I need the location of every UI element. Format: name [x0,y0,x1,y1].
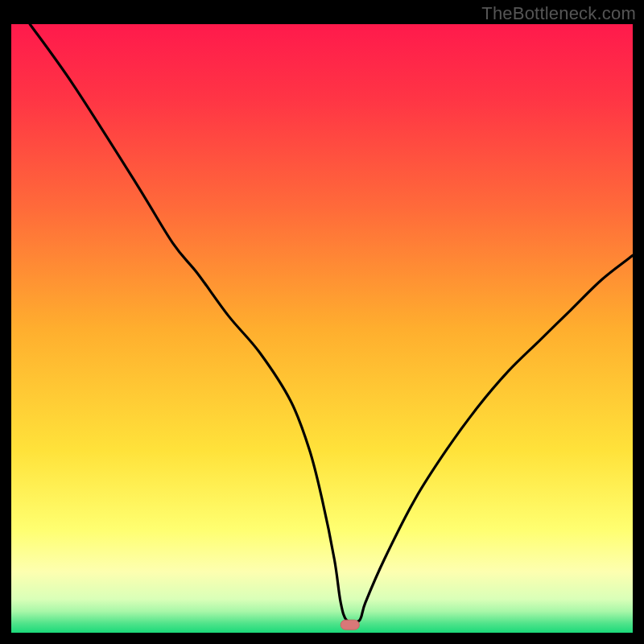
watermark-text: TheBottleneck.com [481,3,636,24]
chart-frame: TheBottleneck.com [0,0,644,644]
chart-svg [11,24,633,633]
minimum-marker [341,620,359,630]
plot-area [11,24,633,633]
gradient-background [11,24,633,633]
